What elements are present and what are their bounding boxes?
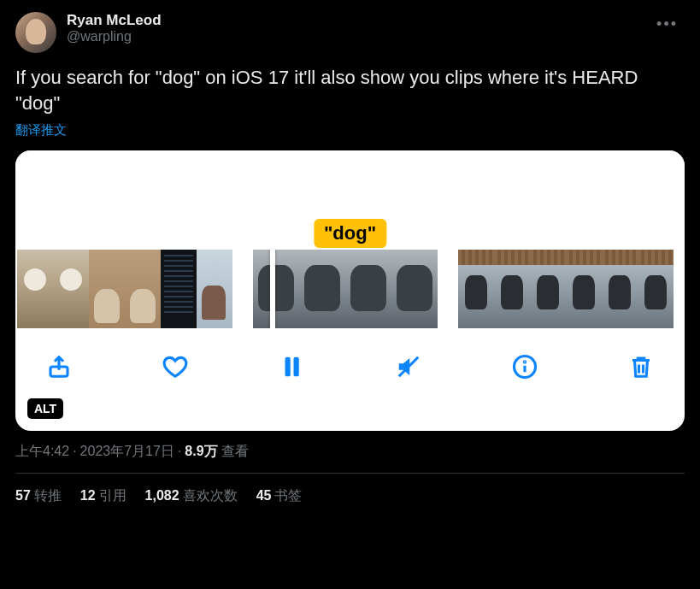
media-card[interactable]: "dog" [15,150,685,431]
retweets-stat[interactable]: 57转推 [15,487,62,505]
likes-stat[interactable]: 1,082喜欢次数 [145,487,238,505]
thumbnail [53,250,89,328]
svg-rect-1 [285,357,291,377]
trash-icon[interactable] [626,352,656,381]
share-icon[interactable] [44,352,74,381]
tweet-text: If you search for "dog" on iOS 17 it'll … [15,65,685,115]
clip-group-3[interactable] [458,250,674,328]
thumbnail [391,250,438,328]
tweet-date[interactable]: 2023年7月17日 [80,444,174,458]
author-names[interactable]: Ryan McLeod @warpling [67,12,639,44]
tweet-header: Ryan McLeod @warpling ••• [15,12,685,53]
info-icon[interactable] [510,352,539,381]
thumbnail [566,250,602,328]
thumbnail [17,250,53,328]
thumbnail [299,250,345,328]
thumbnail [494,250,530,328]
views-count: 8.9万 [185,444,217,458]
thumbnail [638,250,674,328]
tweet-stats: 57转推 12引用 1,082喜欢次数 45书签 [15,474,685,519]
clip-group-2[interactable] [253,250,438,328]
quotes-stat[interactable]: 12引用 [80,487,126,505]
pause-icon[interactable] [277,352,306,381]
handle: @warpling [67,29,639,44]
thumbnail [197,250,232,328]
more-options-button[interactable]: ••• [650,12,685,37]
thumbnail [125,250,161,328]
thumbnail [253,250,299,328]
thumbnail [161,250,197,328]
thumbnail [89,250,125,328]
translate-link[interactable]: 翻译推文 [15,122,67,138]
thumbnail [458,250,494,328]
thumbnail [602,250,638,328]
caption-bubble: "dog" [314,219,386,248]
mute-icon[interactable] [394,352,423,381]
svg-point-6 [524,362,525,362]
media-upper-area: "dog" [15,150,685,250]
video-toolbar [15,328,685,381]
heart-icon[interactable] [161,352,190,381]
playhead-indicator[interactable] [270,250,275,328]
avatar[interactable] [15,12,56,53]
thumbnail [530,250,566,328]
clip-group-1[interactable] [17,250,232,328]
tweet-time[interactable]: 上午4:42 [15,444,69,458]
bookmarks-stat[interactable]: 45书签 [256,487,303,505]
video-filmstrip[interactable] [15,250,685,328]
tweet-container: Ryan McLeod @warpling ••• If you search … [0,0,700,519]
thumbnail [345,250,391,328]
views-label: 查看 [221,444,249,458]
svg-rect-2 [294,357,299,377]
tweet-meta: 上午4:42·2023年7月17日·8.9万 查看 [15,443,685,474]
alt-badge[interactable]: ALT [27,398,63,419]
display-name: Ryan McLeod [67,12,639,29]
